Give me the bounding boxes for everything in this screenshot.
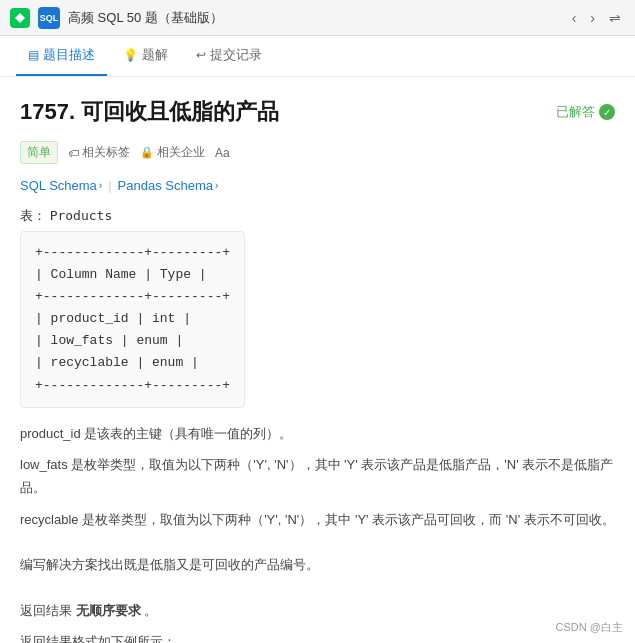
tab-description-label: 题目描述 bbox=[43, 46, 95, 64]
submission-tab-icon: ↩ bbox=[196, 48, 206, 62]
related-company-button[interactable]: 🔒 相关企业 bbox=[140, 144, 205, 161]
related-company-label: 相关企业 bbox=[157, 144, 205, 161]
problem-header: 1757. 可回收且低脂的产品 已解答 ✓ bbox=[20, 97, 615, 127]
desc-line-3: recyclable 是枚举类型，取值为以下两种（'Y', 'N'），其中 'Y… bbox=[20, 508, 615, 531]
schema-separator: | bbox=[108, 178, 111, 193]
table-label: 表： Products bbox=[20, 207, 615, 225]
schema-row: SQL Schema › | Pandas Schema › bbox=[20, 178, 615, 193]
sql-schema-label: SQL Schema bbox=[20, 178, 97, 193]
solution-tab-icon: 💡 bbox=[123, 48, 138, 62]
tag-icon: 🏷 bbox=[68, 147, 79, 159]
tab-submission[interactable]: ↩ 提交记录 bbox=[184, 36, 274, 76]
task-text: 编写解决方案找出既是低脂又是可回收的产品编号。 bbox=[20, 553, 615, 576]
font-size-label: Aa bbox=[215, 146, 230, 160]
solved-label: 已解答 bbox=[556, 103, 595, 121]
tab-submission-label: 提交记录 bbox=[210, 46, 262, 64]
app-icon: SQL bbox=[38, 7, 60, 29]
main-content: 1757. 可回收且低脂的产品 已解答 ✓ 简单 🏷 相关标签 🔒 相关企业 A… bbox=[0, 77, 635, 643]
tab-description[interactable]: ▤ 题目描述 bbox=[16, 36, 107, 76]
pandas-schema-link[interactable]: Pandas Schema › bbox=[118, 178, 219, 193]
return-note-1-bold: 无顺序要求 bbox=[76, 603, 141, 618]
desc-line-1: product_id 是该表的主键（具有唯一值的列）。 bbox=[20, 422, 615, 445]
tab-solution-label: 题解 bbox=[142, 46, 168, 64]
section-gap-1 bbox=[20, 539, 615, 553]
code-line-2: | Column Name | Type | bbox=[35, 264, 230, 286]
tab-solution[interactable]: 💡 题解 bbox=[111, 36, 180, 76]
return-note-1: 返回结果 无顺序要求 。 bbox=[20, 599, 615, 622]
title-bar: SQL 高频 SQL 50 题（基础版） ‹ › ⇌ bbox=[0, 0, 635, 36]
related-tags-button[interactable]: 🏷 相关标签 bbox=[68, 144, 130, 161]
code-line-6: | recyclable | enum | bbox=[35, 352, 230, 374]
solved-check-icon: ✓ bbox=[599, 104, 615, 120]
code-line-1: +-------------+---------+ bbox=[35, 242, 230, 264]
code-line-4: | product_id | int | bbox=[35, 308, 230, 330]
solved-badge: 已解答 ✓ bbox=[556, 103, 615, 121]
tab-bar: ▤ 题目描述 💡 题解 ↩ 提交记录 bbox=[0, 36, 635, 77]
sql-schema-chevron: › bbox=[99, 180, 102, 191]
sql-schema-link[interactable]: SQL Schema › bbox=[20, 178, 102, 193]
desc-line-2: low_fats 是枚举类型，取值为以下两种（'Y', 'N'），其中 'Y' … bbox=[20, 453, 615, 500]
title-bar-nav: ‹ › ⇌ bbox=[568, 8, 625, 28]
font-size-button[interactable]: Aa bbox=[215, 146, 230, 160]
prev-button[interactable]: ‹ bbox=[568, 8, 581, 28]
next-button[interactable]: › bbox=[586, 8, 599, 28]
problem-title-text: 可回收且低脂的产品 bbox=[81, 99, 279, 124]
tags-row: 简单 🏷 相关标签 🔒 相关企业 Aa bbox=[20, 141, 615, 164]
description-tab-icon: ▤ bbox=[28, 48, 39, 62]
pandas-schema-chevron: › bbox=[215, 180, 218, 191]
code-line-5: | low_fats | enum | bbox=[35, 330, 230, 352]
footer-text: CSDN @白主 bbox=[556, 621, 623, 633]
difficulty-tag: 简单 bbox=[20, 141, 58, 164]
app-logo bbox=[10, 8, 30, 28]
pandas-schema-label: Pandas Schema bbox=[118, 178, 213, 193]
table-name: Products bbox=[50, 208, 113, 223]
title-bar-text: 高频 SQL 50 题（基础版） bbox=[68, 9, 560, 27]
code-line-3: +-------------+---------+ bbox=[35, 286, 230, 308]
code-line-7: +-------------+---------+ bbox=[35, 375, 230, 397]
code-table: +-------------+---------+ | Column Name … bbox=[20, 231, 245, 408]
problem-id: 1757. bbox=[20, 99, 75, 124]
footer: CSDN @白主 bbox=[556, 620, 623, 635]
related-tags-label: 相关标签 bbox=[82, 144, 130, 161]
section-gap-2 bbox=[20, 585, 615, 599]
return-note-2: 返回结果格式如下例所示： bbox=[20, 630, 615, 643]
shuffle-button[interactable]: ⇌ bbox=[605, 8, 625, 28]
lock-icon: 🔒 bbox=[140, 146, 154, 159]
problem-title: 1757. 可回收且低脂的产品 bbox=[20, 97, 279, 127]
